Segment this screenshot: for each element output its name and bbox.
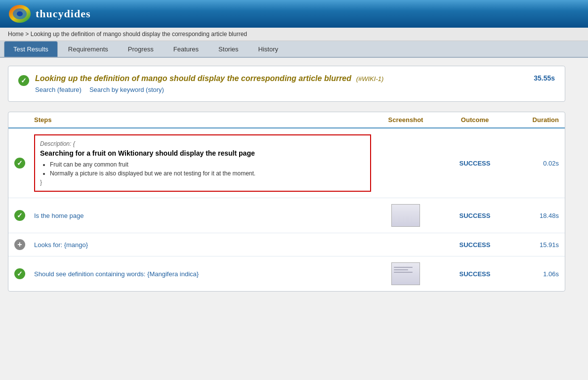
plus-circle: + [14, 239, 25, 250]
step-description-2: Is the home page [34, 212, 371, 219]
step-duration-4: 1.06s [509, 270, 559, 278]
nav-tabs: Test Results Requirements Progress Featu… [0, 41, 588, 58]
story-meta: Search (feature) Search by keyword (stor… [35, 86, 534, 93]
breadcrumb-current: Looking up the definition of mango shoul… [31, 31, 247, 38]
thumb-bg [392, 205, 420, 226]
col-header-icon [14, 116, 34, 124]
story-feature-link[interactable]: Search (feature) [35, 86, 82, 93]
col-header-outcome: Outcome [440, 116, 509, 124]
story-card: ✓ Looking up the definition of mango sho… [8, 66, 565, 102]
check-circle: ✓ [18, 75, 29, 86]
table-row: ✓ Is the home page SUCCESS 18.48s [8, 198, 565, 233]
breadcrumb-home[interactable]: Home [8, 31, 24, 38]
breadcrumb: Home > Looking up the definition of mang… [0, 28, 588, 41]
step-duration-1: 0.02s [509, 160, 559, 167]
tab-stories[interactable]: Stories [209, 41, 248, 57]
desc-label: Description: { [40, 140, 365, 147]
tab-progress[interactable]: Progress [119, 41, 163, 57]
col-header-steps: Steps [34, 116, 371, 124]
col-header-duration: Duration [509, 116, 559, 124]
story-title-line: Looking up the definition of mango shoul… [35, 74, 534, 83]
step-detail-box: Description: { Searching for a fruit on … [34, 134, 371, 192]
step-title-text: Searching for a fruit on Wiktionary shou… [40, 149, 365, 157]
story-title: Looking up the definition of mango shoul… [35, 74, 351, 83]
tab-test-results[interactable]: Test Results [4, 41, 58, 57]
screenshot-thumb[interactable] [391, 262, 420, 285]
check-circle: ✓ [14, 210, 25, 221]
steps-section: Steps Screenshot Outcome Duration ✓ Desc… [8, 112, 565, 292]
story-duration: 35.55s [534, 74, 555, 82]
bullet-2: Normally a picture is also displayed but… [50, 170, 365, 177]
table-row: ✓ Should see definition containing words… [8, 256, 565, 291]
breadcrumb-separator: > [25, 31, 29, 38]
table-row: ✓ Description: { Searching for a fruit o… [8, 128, 565, 198]
step-description-3: Looks for: {mango} [34, 241, 371, 249]
bullet-1: Fruit can be any common fruit [50, 161, 365, 168]
tab-requirements[interactable]: Requirements [59, 41, 118, 57]
tab-history[interactable]: History [249, 41, 288, 57]
story-check-icon: ✓ [18, 75, 29, 86]
story-story-link[interactable]: Search by keyword (story) [89, 86, 164, 93]
svg-point-2 [17, 11, 23, 16]
logo-icon [8, 4, 32, 24]
step-outcome-4: SUCCESS [440, 270, 509, 278]
step-outcome-1: SUCCESS [440, 160, 509, 167]
thumb-line [394, 269, 408, 270]
check-circle: ✓ [14, 158, 25, 169]
step-icon-4: ✓ [14, 268, 34, 279]
main-content: ✓ Looking up the definition of mango sho… [0, 58, 573, 299]
step-duration-2: 18.48s [509, 212, 559, 219]
story-header-row: ✓ Looking up the definition of mango sho… [18, 74, 555, 93]
step-bullets: Fruit can be any common fruit Normally a… [50, 161, 365, 177]
thumb-line [394, 272, 413, 273]
check-circle: ✓ [14, 268, 25, 279]
steps-table-header: Steps Screenshot Outcome Duration [8, 112, 565, 128]
step-outcome-2: SUCCESS [440, 212, 509, 219]
brace-close: } [40, 179, 365, 186]
tab-features[interactable]: Features [164, 41, 208, 57]
col-header-screenshot: Screenshot [371, 116, 440, 124]
step-outcome-3: SUCCESS [440, 241, 509, 249]
step-description-4: Should see definition containing words: … [34, 270, 371, 278]
logo-area: thucydides [8, 4, 90, 24]
step-icon-2: ✓ [14, 210, 34, 221]
story-info: Looking up the definition of mango shoul… [35, 74, 534, 93]
step-description-1: Description: { Searching for a fruit on … [34, 134, 371, 192]
step-icon-3: + [14, 239, 34, 250]
step-icon-1: ✓ [14, 158, 34, 169]
table-row: + Looks for: {mango} SUCCESS 15.91s [8, 233, 565, 256]
logo-text: thucydides [36, 7, 90, 20]
screenshot-thumb[interactable] [391, 204, 420, 227]
step-screenshot-4[interactable] [371, 262, 440, 285]
step-screenshot-2[interactable] [371, 204, 440, 227]
step-duration-3: 15.91s [509, 241, 559, 249]
thumb-line [394, 267, 413, 268]
story-id: (#WIKI-1) [356, 75, 384, 83]
app-header: thucydides [0, 0, 588, 28]
thumb-lines [394, 267, 418, 274]
